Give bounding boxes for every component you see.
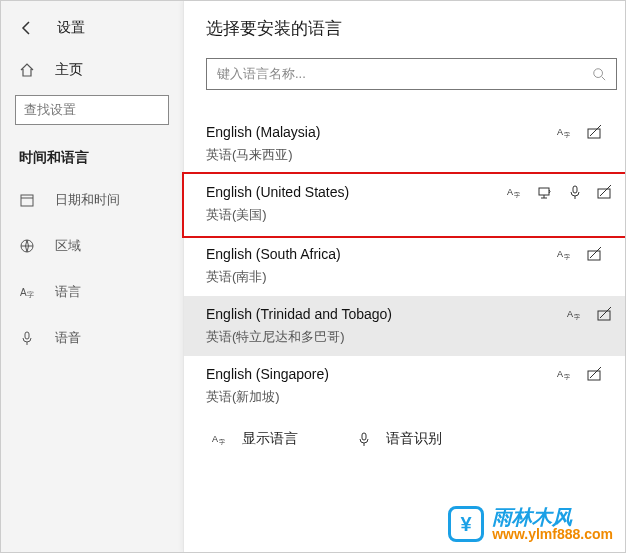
settings-sidebar: 设置 主页 查找设置 时间和语言 日期和时间 区域 A字 语言 语音 [1, 1, 183, 552]
svg-text:字: 字 [564, 131, 570, 138]
language-secondary: 英语(新加坡) [206, 388, 617, 406]
sidebar-item-label: 日期和时间 [55, 191, 120, 209]
svg-rect-27 [588, 371, 600, 380]
language-item[interactable]: English (Malaysia) 英语(马来西亚) A字 [206, 114, 617, 174]
handwriting-icon [587, 124, 603, 140]
svg-rect-0 [21, 195, 33, 206]
dialog-title: 选择要安装的语言 [206, 17, 617, 40]
svg-point-7 [594, 69, 603, 78]
watermark-brand: 雨林木风 [492, 507, 613, 527]
display-language-icon: A字 [557, 124, 573, 140]
sidebar-home-label: 主页 [55, 61, 83, 79]
language-primary: English (Malaysia) [206, 124, 617, 140]
feature-icons: A字 [557, 246, 603, 262]
handwriting-icon [597, 306, 613, 322]
svg-rect-11 [588, 129, 600, 138]
language-item[interactable]: English (Trinidad and Tobago) 英语(特立尼达和多巴… [184, 296, 626, 356]
svg-rect-24 [598, 311, 610, 320]
language-item[interactable]: English (United States) 英语(美国) A字 [182, 172, 626, 238]
svg-rect-30 [362, 433, 366, 440]
language-item[interactable]: English (Singapore) 英语(新加坡) A字 [206, 356, 617, 416]
display-language-icon: A字 [557, 246, 573, 262]
svg-text:字: 字 [564, 373, 570, 380]
display-language-icon: A字 [212, 431, 228, 447]
display-language-icon: A字 [557, 366, 573, 382]
language-primary: English (South Africa) [206, 246, 617, 262]
header-row: 设置 [1, 13, 183, 51]
language-search-placeholder: 键入语言名称... [217, 65, 306, 83]
watermark-url: www.ylmf888.com [492, 527, 613, 541]
display-language-icon: A字 [507, 184, 523, 200]
svg-text:A: A [557, 369, 563, 379]
language-secondary: 英语(美国) [206, 206, 617, 224]
feature-icons: A字 [507, 184, 613, 200]
svg-text:A: A [212, 434, 218, 444]
svg-text:A: A [557, 127, 563, 137]
legend-label: 显示语言 [242, 430, 298, 448]
speech-recognition-icon [356, 431, 372, 447]
svg-text:字: 字 [219, 438, 225, 445]
sidebar-home[interactable]: 主页 [1, 51, 183, 89]
watermark: ¥ 雨林木风 www.ylmf888.com [448, 506, 613, 542]
sidebar-item-speech[interactable]: 语音 [1, 315, 183, 361]
legend-label: 语音识别 [386, 430, 442, 448]
sidebar-item-language[interactable]: A字 语言 [1, 269, 183, 315]
sidebar-item-datetime[interactable]: 日期和时间 [1, 177, 183, 223]
microphone-icon [19, 330, 37, 346]
svg-text:A: A [557, 249, 563, 259]
language-list: English (Malaysia) 英语(马来西亚) A字 English (… [206, 114, 617, 448]
back-icon[interactable] [19, 20, 35, 36]
sidebar-item-label: 语言 [55, 283, 81, 301]
language-secondary: 英语(马来西亚) [206, 146, 617, 164]
svg-text:字: 字 [564, 253, 570, 260]
speech-recognition-icon [567, 184, 583, 200]
sidebar-item-label: 区域 [55, 237, 81, 255]
svg-text:字: 字 [27, 291, 34, 298]
svg-text:字: 字 [574, 313, 580, 320]
settings-title: 设置 [57, 19, 85, 37]
home-icon [19, 62, 35, 78]
sidebar-search-placeholder: 查找设置 [24, 101, 76, 119]
svg-text:字: 字 [514, 191, 520, 198]
sidebar-search[interactable]: 查找设置 [15, 95, 169, 125]
feature-icons: A字 [567, 306, 613, 322]
svg-rect-21 [588, 251, 600, 260]
svg-text:A: A [20, 287, 27, 298]
feature-icons: A字 [557, 124, 603, 140]
language-primary: English (Singapore) [206, 366, 617, 382]
language-primary: English (Trinidad and Tobago) [206, 306, 617, 322]
globe-icon [19, 238, 37, 254]
svg-rect-14 [539, 188, 549, 195]
language-search-input[interactable]: 键入语言名称... [206, 58, 617, 90]
svg-text:A: A [567, 309, 573, 319]
language-item[interactable]: English (South Africa) 英语(南非) A字 [206, 236, 617, 296]
svg-rect-17 [573, 186, 577, 193]
search-icon [592, 67, 606, 81]
svg-line-8 [602, 77, 606, 81]
display-language-icon: A字 [567, 306, 583, 322]
handwriting-icon [597, 184, 613, 200]
language-secondary: 英语(南非) [206, 268, 617, 286]
legend-row: A字 显示语言 语音识别 [206, 416, 617, 448]
svg-text:A: A [507, 187, 513, 197]
language-dialog: 选择要安装的语言 键入语言名称... English (Malaysia) 英语… [183, 1, 626, 552]
handwriting-icon [587, 366, 603, 382]
watermark-logo-icon: ¥ [448, 506, 484, 542]
svg-rect-18 [598, 189, 610, 198]
text-to-speech-icon [537, 184, 553, 200]
calendar-icon [19, 192, 37, 208]
sidebar-section-title: 时间和语言 [1, 139, 183, 177]
svg-rect-6 [25, 332, 29, 339]
sidebar-item-region[interactable]: 区域 [1, 223, 183, 269]
sidebar-item-label: 语音 [55, 329, 81, 347]
feature-icons: A字 [557, 366, 603, 382]
language-icon: A字 [19, 284, 37, 300]
language-secondary: 英语(特立尼达和多巴哥) [206, 328, 617, 346]
handwriting-icon [587, 246, 603, 262]
